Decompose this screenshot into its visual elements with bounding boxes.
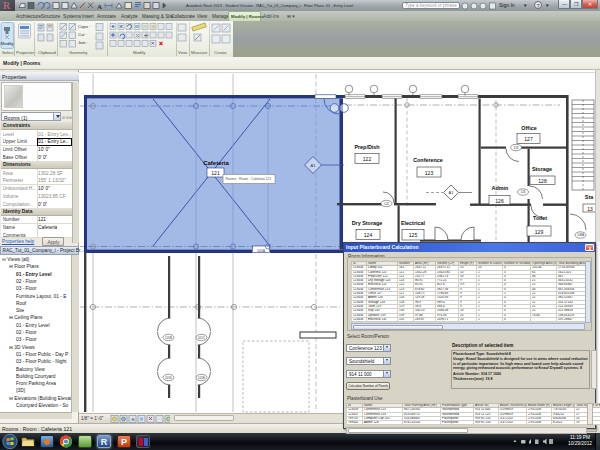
svg-text:Join ·: Join · [78,40,88,45]
svg-text:Storage: Storage [532,166,552,172]
svg-text:Dry Storage: Dry Storage [352,220,383,226]
svg-text:Cope ·: Cope · [78,24,91,29]
svg-text:13: 13 [587,206,593,212]
svg-text:123: 123 [425,170,434,176]
svg-text:Admin: Admin [492,185,509,191]
svg-text:126: 126 [520,190,525,194]
svg-text:101C: 101C [198,336,206,340]
svg-text:126: 126 [495,198,504,204]
svg-text:Prep/Dish: Prep/Dish [354,144,379,150]
svg-text:A: A [97,3,102,11]
svg-text:124: 124 [364,232,373,238]
svg-text:Office: Office [521,125,536,131]
svg-text:122: 122 [363,156,372,162]
svg-text:129: 129 [535,229,544,235]
svg-text:127: 127 [524,136,533,142]
svg-text:101E: 101E [198,376,205,380]
svg-text:101D: 101D [165,376,173,380]
svg-text:Sta: Sta [585,194,594,200]
svg-text:Rooms : Room : Cafeteria 121: Rooms : Room : Cafeteria 121 [226,177,272,181]
svg-text:Modify: Modify [1,41,15,46]
svg-text:Cut ·: Cut · [78,32,87,37]
svg-text:128: 128 [538,178,547,184]
svg-text:Conference: Conference [413,157,443,163]
svg-text:101B: 101B [165,336,172,340]
svg-text:122: 122 [384,202,389,206]
svg-text:123: 123 [513,146,518,150]
svg-text:Cafeteria: Cafeteria [203,160,229,166]
svg-text:A1: A1 [311,163,317,168]
svg-text:101A: 101A [257,249,266,253]
svg-text:Electrical: Electrical [401,220,425,226]
svg-text:A1: A1 [449,190,455,195]
svg-text:121: 121 [211,170,220,176]
svg-text:125: 125 [409,232,418,238]
svg-text:108A: 108A [577,233,584,237]
svg-text:Toilet: Toilet [533,215,547,221]
